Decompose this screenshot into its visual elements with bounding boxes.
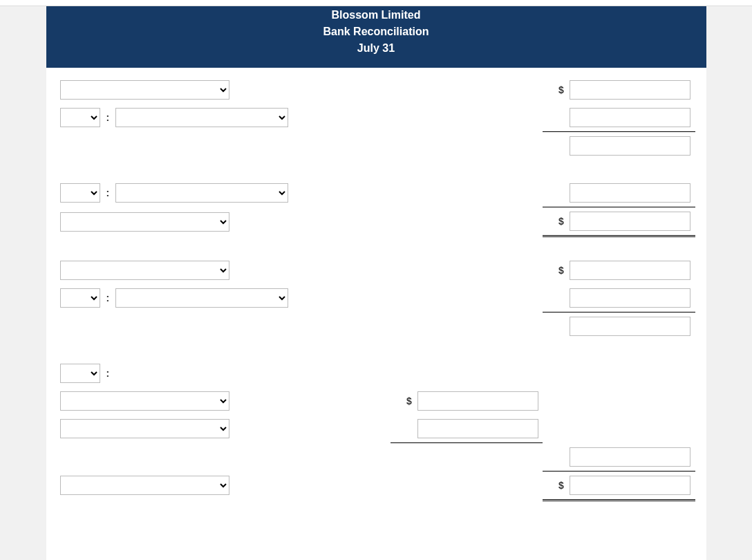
account-select[interactable] [115, 288, 288, 308]
amount-input[interactable] [570, 261, 690, 280]
line-description-select[interactable] [60, 212, 229, 232]
add-less-select[interactable] [60, 288, 100, 308]
statement-header: Blossom Limited Bank Reconciliation July… [46, 6, 706, 68]
amount-input[interactable] [417, 391, 538, 411]
amount-input[interactable] [570, 108, 690, 127]
line-description-select[interactable] [60, 476, 229, 495]
colon-label: : [106, 292, 109, 304]
dollar-sign: $ [558, 84, 564, 95]
amount-input[interactable] [417, 419, 538, 438]
line-description-select[interactable] [60, 391, 229, 411]
statement-date: July 31 [46, 40, 706, 57]
amount-input[interactable] [570, 80, 690, 100]
dollar-sign: $ [558, 216, 564, 227]
amount-input[interactable] [570, 183, 690, 203]
reconciliation-table: $ : [57, 76, 695, 501]
line-description-select[interactable] [60, 419, 229, 438]
worksheet: Blossom Limited Bank Reconciliation July… [46, 6, 706, 560]
browser-top-bar [0, 0, 752, 6]
amount-input[interactable] [570, 136, 690, 156]
statement-title: Bank Reconciliation [46, 24, 706, 40]
line-description-select[interactable] [60, 80, 229, 100]
add-less-select[interactable] [60, 364, 100, 383]
amount-input[interactable] [570, 317, 690, 336]
company-name: Blossom Limited [46, 7, 706, 24]
amount-input[interactable] [570, 288, 690, 308]
amount-input[interactable] [570, 476, 690, 495]
amount-input[interactable] [570, 447, 690, 467]
colon-label: : [106, 112, 109, 123]
colon-label: : [106, 368, 109, 379]
account-select[interactable] [115, 183, 288, 203]
line-description-select[interactable] [60, 261, 229, 280]
add-less-select[interactable] [60, 108, 100, 127]
colon-label: : [106, 187, 109, 198]
dollar-sign: $ [558, 265, 564, 276]
add-less-select[interactable] [60, 183, 100, 203]
dollar-sign: $ [558, 480, 564, 491]
dollar-sign: $ [406, 395, 412, 407]
amount-input[interactable] [570, 212, 690, 231]
account-select[interactable] [115, 108, 288, 127]
